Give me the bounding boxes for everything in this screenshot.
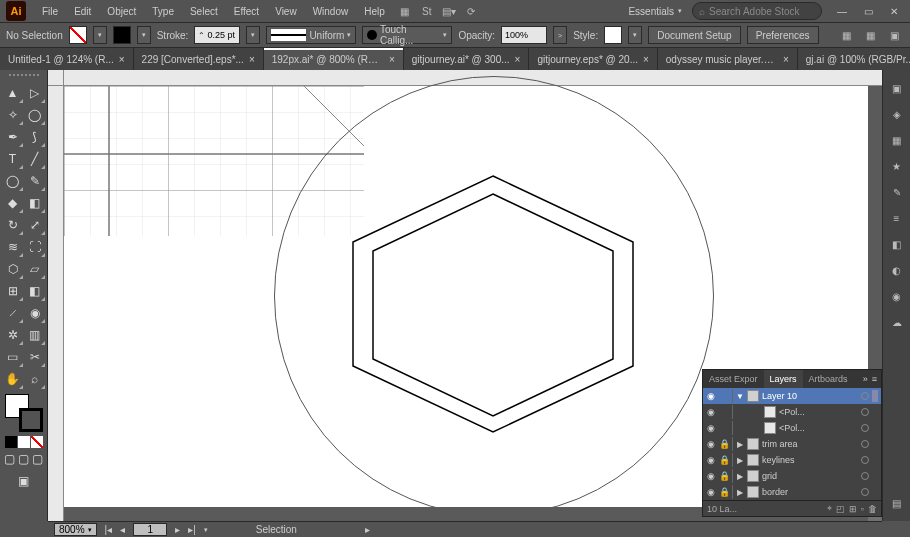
mesh-tool[interactable]: ⊞	[2, 280, 24, 302]
menu-help[interactable]: Help	[356, 4, 393, 19]
layer-name[interactable]: grid	[762, 471, 858, 481]
minimize-button[interactable]: —	[832, 4, 852, 18]
stroke-dropdown[interactable]: ▾	[137, 26, 151, 44]
close-button[interactable]: ✕	[884, 4, 904, 18]
menu-select[interactable]: Select	[182, 4, 226, 19]
menu-edit[interactable]: Edit	[66, 4, 99, 19]
new-sublayer-icon[interactable]: ⊞	[849, 504, 857, 514]
make-clip-icon[interactable]: ◰	[836, 504, 845, 514]
transform-icon[interactable]: ▦	[860, 26, 880, 44]
panel-menu-icon[interactable]: ≡	[872, 374, 877, 384]
document-tab[interactable]: Untitled-1 @ 124% (R...×	[0, 48, 134, 70]
style-dropdown[interactable]: ▾	[628, 26, 642, 44]
normal-draw-mode[interactable]: ▢	[3, 452, 17, 466]
screen-mode[interactable]: ▣	[13, 470, 35, 492]
target-icon[interactable]	[861, 456, 869, 464]
layer-row[interactable]: ◉<Pol...	[703, 404, 881, 420]
maximize-button[interactable]: ▭	[858, 4, 878, 18]
color-mode[interactable]	[5, 436, 17, 448]
brushes-icon[interactable]: ✎	[887, 182, 907, 202]
visibility-icon[interactable]: ◉	[706, 407, 716, 417]
target-icon[interactable]	[861, 472, 869, 480]
layers-tab[interactable]: Layers	[764, 370, 803, 388]
ruler-origin[interactable]	[48, 70, 64, 86]
stock-icon[interactable]: St	[417, 2, 437, 20]
close-tab-icon[interactable]: ×	[783, 54, 789, 65]
target-icon[interactable]	[861, 408, 869, 416]
eyedropper-tool[interactable]: ⟋	[2, 302, 24, 324]
expand-icon[interactable]: ▶	[736, 440, 744, 449]
perspective-tool[interactable]: ▱	[24, 258, 46, 280]
profile-dropdown[interactable]: Uniform▾	[266, 26, 356, 44]
expand-icon[interactable]: ▶	[736, 472, 744, 481]
stroke-weight-field[interactable]: ⌃0.25 pt	[194, 26, 240, 44]
preferences-button[interactable]: Preferences	[747, 26, 819, 44]
panel-collapse-icon[interactable]: »	[863, 374, 868, 384]
layer-row[interactable]: ◉▼Layer 10	[703, 388, 881, 404]
brush-dropdown[interactable]: Touch Callig...▾	[362, 26, 452, 44]
target-icon[interactable]	[861, 488, 869, 496]
menu-file[interactable]: File	[34, 4, 66, 19]
visibility-icon[interactable]: ◉	[706, 471, 716, 481]
scale-tool[interactable]: ⤢	[24, 214, 46, 236]
visibility-icon[interactable]: ◉	[706, 391, 716, 401]
opacity-field[interactable]: 100%	[501, 26, 547, 44]
artboard-prev-icon[interactable]: ◂	[120, 524, 125, 535]
stroke-box[interactable]	[19, 408, 43, 432]
close-tab-icon[interactable]: ×	[389, 54, 395, 65]
fill-dropdown[interactable]: ▾	[93, 26, 107, 44]
curvature-pen-tool[interactable]: ⟆	[24, 126, 46, 148]
direct-selection-tool[interactable]: ▷	[24, 82, 46, 104]
document-tab[interactable]: 229 [Converted].eps*...×	[134, 48, 264, 70]
symbol-sprayer-tool[interactable]: ✲	[2, 324, 24, 346]
zoom-tool[interactable]: ⌕	[24, 368, 46, 390]
artboard-number-field[interactable]: 1	[133, 523, 167, 536]
gradient-tool[interactable]: ◧	[24, 280, 46, 302]
swatches-icon[interactable]: ▦	[887, 130, 907, 150]
paintbrush-tool[interactable]: ✎	[24, 170, 46, 192]
slice-tool[interactable]: ✂	[24, 346, 46, 368]
stroke-swatch[interactable]	[113, 26, 131, 44]
expand-icon[interactable]: ▶	[736, 488, 744, 497]
lock-icon[interactable]: 🔒	[719, 455, 729, 465]
layer-row[interactable]: ◉🔒▶keylines	[703, 452, 881, 468]
libraries-icon[interactable]: ☁	[887, 312, 907, 332]
document-tab[interactable]: 192px.ai* @ 800% (RGB/Preview)×	[264, 48, 404, 70]
lasso-tool[interactable]: ◯	[24, 104, 46, 126]
ruler-vertical[interactable]	[48, 86, 64, 521]
artboard-next-icon[interactable]: ▸	[175, 524, 180, 535]
gpu-icon[interactable]: ⟳	[461, 2, 481, 20]
lock-icon[interactable]: 🔒	[719, 471, 729, 481]
expand-icon[interactable]: ▼	[736, 392, 744, 401]
menu-effect[interactable]: Effect	[226, 4, 267, 19]
new-layer-icon[interactable]: ▫	[861, 504, 864, 514]
shape-builder-tool[interactable]: ⬡	[2, 258, 24, 280]
stroke-weight-dropdown[interactable]: ▾	[246, 26, 260, 44]
selection-tool[interactable]: ▲	[2, 82, 24, 104]
target-icon[interactable]	[861, 392, 869, 400]
document-setup-button[interactable]: Document Setup	[648, 26, 741, 44]
opacity-dropdown[interactable]: >	[553, 26, 567, 44]
layer-name[interactable]: border	[762, 487, 858, 497]
style-swatch[interactable]	[604, 26, 622, 44]
shaper-tool[interactable]: ◆	[2, 192, 24, 214]
target-icon[interactable]	[861, 440, 869, 448]
gradient-icon[interactable]: ◧	[887, 234, 907, 254]
layers-dock-icon[interactable]: ▤	[887, 493, 907, 513]
fill-swatch[interactable]	[69, 26, 87, 44]
layer-row[interactable]: ◉<Pol...	[703, 420, 881, 436]
layer-name[interactable]: keylines	[762, 455, 858, 465]
line-segment-tool[interactable]: ╱	[24, 148, 46, 170]
layer-name[interactable]: trim area	[762, 439, 858, 449]
target-icon[interactable]	[861, 424, 869, 432]
color-icon[interactable]: ◈	[887, 104, 907, 124]
symbols-icon[interactable]: ★	[887, 156, 907, 176]
close-tab-icon[interactable]: ×	[515, 54, 521, 65]
status-dropdown-icon[interactable]: ▸	[365, 524, 370, 535]
layer-name[interactable]: <Pol...	[779, 407, 858, 417]
transparency-icon[interactable]: ◐	[887, 260, 907, 280]
close-tab-icon[interactable]: ×	[643, 54, 649, 65]
arrange-icon[interactable]: ▤▾	[439, 2, 459, 20]
document-tab[interactable]: gj.ai @ 100% (RGB/Pr...	[798, 48, 910, 70]
search-adobe-stock[interactable]: ⌕ Search Adobe Stock	[692, 2, 822, 20]
